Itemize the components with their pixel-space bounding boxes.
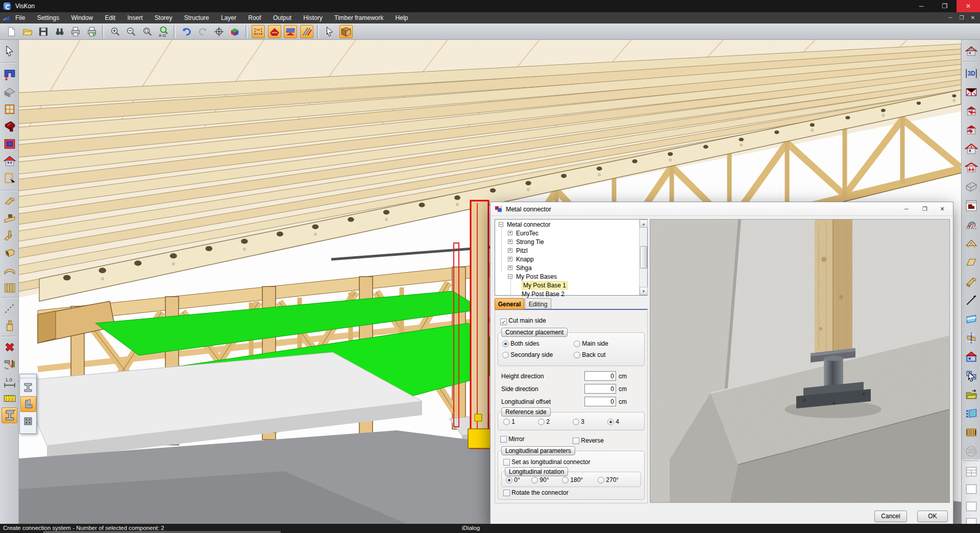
open-folder-icon[interactable] — [21, 25, 34, 38]
measure-height-icon[interactable] — [963, 330, 979, 346]
roof-hip-tool-icon[interactable] — [2, 84, 17, 100]
zoom-out-icon[interactable] — [125, 25, 138, 38]
tab-general[interactable]: General — [495, 298, 524, 309]
beam-3d-view-icon[interactable] — [963, 273, 979, 289]
dialog-close-icon[interactable]: ✕ — [935, 204, 950, 214]
section-line-icon[interactable] — [963, 292, 979, 308]
house-arrows-down-icon[interactable] — [963, 160, 979, 176]
view-2d-icon[interactable]: 2D — [963, 443, 979, 459]
measure-ruler-tool-icon[interactable]: 1 2 3 — [2, 390, 17, 406]
dimension-toggle-icon[interactable] — [252, 25, 265, 38]
hatch-toggle-icon[interactable] — [300, 25, 313, 38]
zoom-font-icon[interactable]: A·Ω — [157, 25, 170, 38]
expand-icon[interactable]: + — [508, 248, 512, 253]
dimension-tool-icon[interactable]: 1.0 — [2, 374, 17, 390]
mdi-minimize-icon[interactable]: ─ — [945, 14, 955, 22]
color-cube-icon[interactable] — [228, 25, 241, 38]
rotate-connector-checkbox-row[interactable]: Rotate the connector — [503, 489, 569, 496]
menu-timber-framework[interactable]: Timber framework — [329, 12, 388, 23]
scrollbar-thumb[interactable] — [640, 246, 647, 269]
reference-1-radio[interactable]: 1 — [503, 418, 515, 425]
delete-tool-icon[interactable] — [2, 339, 17, 355]
collapse-icon[interactable]: − — [499, 222, 503, 227]
main-side-radio[interactable]: Main side — [574, 340, 608, 347]
redo-icon[interactable] — [196, 25, 209, 38]
select-rect-tool-icon[interactable] — [2, 171, 17, 186]
flyout-grip[interactable] — [20, 374, 36, 378]
reference-4-radio[interactable]: 4 — [607, 418, 619, 425]
new-document-icon[interactable] — [5, 25, 18, 38]
connector-plate-icon[interactable] — [20, 413, 36, 429]
house-tool-icon[interactable] — [2, 153, 17, 169]
crane-view-icon[interactable] — [963, 216, 979, 232]
tree-scrollbar[interactable]: ▲ ▼ — [639, 220, 647, 295]
menu-help[interactable]: Help — [390, 12, 413, 23]
expand-icon[interactable]: + — [508, 265, 512, 270]
rotate-connector-checkbox[interactable] — [503, 490, 510, 496]
steel-beam-tool-icon[interactable] — [2, 407, 17, 423]
cancel-button[interactable]: Cancel — [874, 511, 907, 522]
minimize-icon[interactable]: ─ — [910, 0, 933, 12]
rotation-90-radio[interactable]: 90° — [531, 476, 549, 483]
menu-structure[interactable]: Structure — [179, 12, 214, 23]
roof-plan-icon[interactable] — [963, 84, 979, 100]
export-folder-icon[interactable] — [963, 386, 979, 402]
mirror-checkbox-row[interactable]: Mirror — [500, 435, 525, 443]
view-3d-icon[interactable]: 3D — [963, 65, 979, 81]
wireframe-roof-icon[interactable] — [963, 179, 979, 195]
rotation-270-radio[interactable]: 270° — [598, 476, 619, 483]
menu-settings[interactable]: Settings — [32, 12, 64, 23]
beam-tool-icon[interactable] — [2, 193, 17, 209]
both-sides-radio[interactable]: Both sides — [502, 340, 539, 347]
menu-storey[interactable]: Storey — [150, 12, 178, 23]
reference-3-radio[interactable]: 3 — [573, 418, 584, 425]
roof-toggle-icon[interactable] — [268, 25, 281, 38]
menu-file[interactable]: File — [10, 12, 30, 23]
menu-edit[interactable]: Edit — [100, 12, 120, 23]
back-cut-radio[interactable]: Back cut — [574, 351, 605, 358]
wall-tool-icon[interactable] — [2, 66, 17, 82]
save-icon[interactable] — [37, 25, 50, 38]
cut-main-side-row[interactable]: ✓ Cut main side — [500, 317, 546, 325]
longitudinal-offset-input[interactable] — [584, 397, 616, 406]
beam-end-tool-icon[interactable] — [2, 245, 17, 261]
ok-button[interactable]: OK — [917, 511, 948, 522]
dialog-minimize-icon[interactable]: ─ — [899, 204, 914, 214]
section-toggle-icon[interactable] — [284, 25, 297, 38]
view-3d-wood-icon[interactable] — [339, 25, 353, 38]
post-tool-icon[interactable] — [2, 318, 17, 333]
print-icon[interactable] — [69, 25, 82, 38]
plane-tool-icon[interactable] — [2, 210, 17, 226]
close-icon[interactable]: ✕ — [957, 0, 980, 12]
menu-window[interactable]: Window — [66, 12, 98, 23]
house-frame-icon[interactable] — [963, 349, 979, 365]
dialog-maximize-icon[interactable]: ❐ — [917, 204, 933, 214]
scroll-up-icon[interactable]: ▲ — [640, 220, 648, 228]
panel-view-icon[interactable] — [963, 254, 979, 270]
wall-corner-view-icon[interactable] — [963, 198, 979, 213]
layout-split-icon[interactable] — [963, 464, 979, 479]
construction-line-tool-icon[interactable] — [2, 300, 17, 316]
menu-insert[interactable]: Insert — [122, 12, 148, 23]
rotation-180-radio[interactable]: 180° — [562, 476, 583, 483]
dialog-title-bar[interactable]: Metal connector ─ ❐ ✕ — [491, 202, 953, 216]
joint-tool-icon[interactable] — [2, 228, 17, 244]
tab-editing[interactable]: Editing — [525, 298, 551, 309]
rotation-0-radio[interactable]: 0° — [506, 476, 520, 483]
cut-main-side-checkbox[interactable]: ✓ — [500, 319, 507, 325]
select-cursor-icon[interactable] — [2, 43, 17, 59]
stud-wall-tool-icon[interactable] — [2, 280, 17, 296]
house-arrow-left-icon[interactable] — [963, 103, 979, 119]
connector-tree[interactable]: −Metal connector +EuroTec +Strong Tie +P… — [495, 219, 648, 296]
center-target-icon[interactable] — [212, 25, 226, 38]
menu-output[interactable]: Output — [268, 12, 297, 23]
arc-beam-tool-icon[interactable] — [2, 262, 17, 278]
scroll-down-icon[interactable]: ▼ — [640, 287, 648, 295]
zoom-in-icon[interactable] — [109, 25, 122, 38]
set-longitudinal-checkbox[interactable] — [503, 459, 510, 466]
secondary-side-radio[interactable]: Secondary side — [502, 351, 553, 358]
window-tool-icon[interactable] — [2, 101, 17, 117]
search-binoculars-icon[interactable] — [53, 25, 66, 38]
restore-icon[interactable]: ❐ — [933, 0, 957, 12]
menu-layer[interactable]: Layer — [216, 12, 241, 23]
